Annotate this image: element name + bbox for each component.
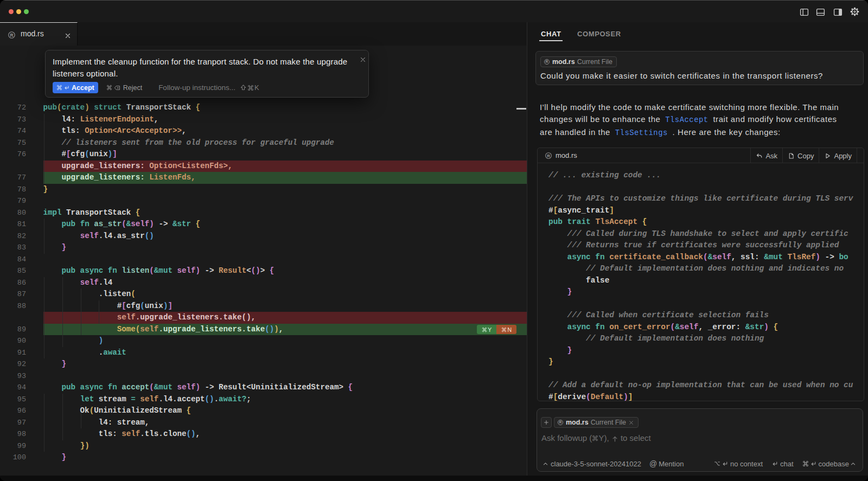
svg-text:R: R <box>547 153 550 158</box>
svg-text:R: R <box>546 60 548 63</box>
svg-text:R: R <box>10 33 13 38</box>
svg-text:R: R <box>559 420 562 424</box>
